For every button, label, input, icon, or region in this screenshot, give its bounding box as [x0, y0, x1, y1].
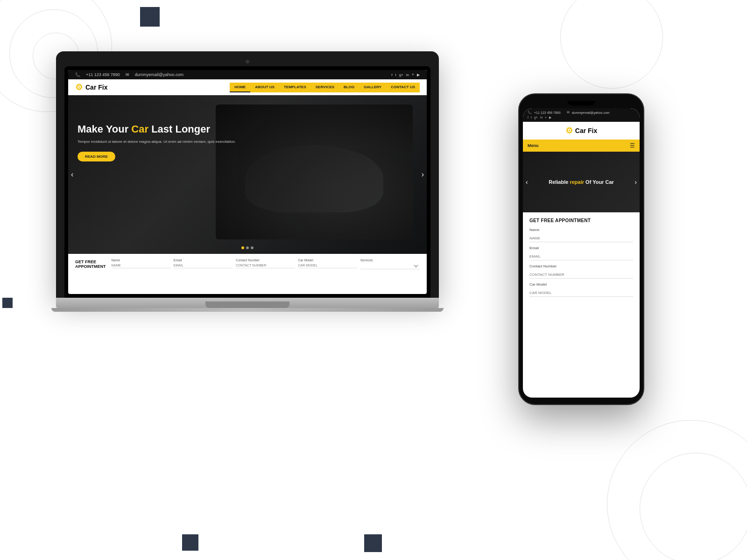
laptop-screen-bezel: 📞 +11 123 456 7890 ✉ dummyemail@yahoo.co…: [64, 66, 430, 298]
mobile-email-field: Email: [529, 246, 633, 260]
rss-icon: ⌖: [412, 72, 414, 77]
m-linkedin-icon: in: [540, 116, 543, 119]
hero-next-arrow[interactable]: ›: [422, 170, 424, 179]
mobile-car-model-input[interactable]: [529, 289, 633, 297]
google-plus-icon: g+: [399, 73, 403, 77]
youtube-icon: ▶: [417, 73, 420, 77]
car-body-silhouette: [245, 145, 383, 213]
contact-label: Contact Number: [236, 259, 295, 262]
laptop-phone-icon: 📞: [75, 72, 80, 77]
mobile-logo-gear-icon: ⚙: [565, 126, 573, 136]
nav-templates[interactable]: TEMPLATES: [279, 83, 311, 92]
laptop-screen: 📞 +11 123 456 7890 ✉ dummyemail@yahoo.co…: [68, 70, 427, 294]
mobile-hero: Reliable repair Of Your Car ‹ ›: [523, 152, 640, 212]
m-youtube-icon: ▶: [549, 116, 551, 119]
m-facebook-icon: f: [528, 116, 529, 119]
hero-subtitle: Tempor incididunt ut labore et dolore ma…: [78, 139, 236, 144]
contact-field: Contact Number: [236, 259, 295, 269]
mobile-hero-highlight: repair: [570, 179, 584, 185]
hero-dot-3[interactable]: [251, 246, 254, 249]
deco-circle-6: [560, 0, 663, 89]
appt-fields: Name Email Contact Number Car Model: [112, 259, 420, 269]
nav-about[interactable]: ABOUT US: [250, 83, 279, 92]
laptop-site-header-top: 📞 +11 123 456 7890 ✉ dummyemail@yahoo.co…: [68, 70, 427, 79]
mobile-email: dummyemail@yahoo.com: [572, 111, 610, 114]
email-label: Email: [174, 259, 233, 262]
laptop-nav[interactable]: HOME ABOUT US TEMPLATES SERVICES BLOG GA…: [230, 83, 420, 92]
deco-square-1: [140, 7, 160, 27]
laptop-social-icons: f t g+ in ⌖ ▶: [391, 72, 420, 77]
laptop-email-icon: ✉: [126, 72, 129, 77]
deco-square-3: [2, 298, 13, 308]
twitter-icon: t: [395, 73, 396, 77]
hero-dot-2[interactable]: [246, 246, 249, 249]
mobile-contact-row: 📞 +11 123 456 7890 ✉ dummyemail@yahoo.co…: [528, 111, 635, 114]
nav-gallery[interactable]: GALLERY: [359, 83, 386, 92]
mobile-hero-prev[interactable]: ‹: [526, 178, 528, 186]
car-model-label: Car Model: [298, 259, 357, 262]
phone-mockup: 📞 +11 123 456 7890 ✉ dummyemail@yahoo.co…: [518, 93, 644, 405]
laptop-hero: Make Your Car Last Longer Tempor incidid…: [68, 95, 427, 254]
mobile-hero-part1: Reliable: [549, 179, 570, 185]
appt-title-line1: GET FREE: [75, 259, 106, 264]
phone-notch: [567, 101, 595, 105]
m-twitter-icon: t: [531, 116, 532, 119]
name-input[interactable]: [112, 263, 171, 268]
logo-gear-icon: ⚙: [75, 82, 83, 92]
m-gplus-icon: g+: [534, 116, 538, 119]
mobile-logo-name: Car Fix: [575, 127, 597, 134]
laptop-email: dummyemail@yahoo.com: [135, 72, 183, 77]
mobile-name-label: Name: [529, 228, 633, 232]
mobile-email-input[interactable]: [529, 253, 633, 260]
email-input[interactable]: [174, 263, 233, 268]
hero-cta-button[interactable]: READ MORE: [78, 152, 115, 161]
services-select[interactable]: [360, 263, 420, 269]
laptop-mockup: 📞 +11 123 456 7890 ✉ dummyemail@yahoo.co…: [56, 51, 439, 312]
contact-input[interactable]: [236, 263, 295, 268]
nav-home[interactable]: HOME: [230, 83, 250, 92]
mobile-nav-bar[interactable]: Menu ☰: [523, 140, 640, 152]
hero-title: Make Your Car Last Longer: [78, 123, 236, 135]
mobile-hero-part2: Of Your Car: [584, 179, 614, 185]
nav-services[interactable]: SERVICES: [311, 83, 339, 92]
mobile-car-model-label: Car Model: [529, 282, 633, 287]
mobile-logo-row: ⚙ Car Fix: [523, 122, 640, 140]
deco-circle-5: [640, 453, 747, 560]
mobile-email-icon: ✉: [567, 111, 570, 114]
hero-title-part2: Last Longer: [148, 123, 210, 135]
phone-screen: 📞 +11 123 456 7890 ✉ dummyemail@yahoo.co…: [523, 108, 640, 398]
mobile-hero-text: Reliable repair Of Your Car: [549, 179, 614, 185]
hero-title-highlight: Car: [131, 123, 148, 135]
facebook-icon: f: [391, 73, 392, 77]
mobile-hamburger-icon[interactable]: ☰: [630, 142, 635, 149]
hero-pagination: [241, 246, 254, 249]
mobile-logo: ⚙ Car Fix: [565, 126, 597, 136]
nav-blog[interactable]: BLOG: [339, 83, 359, 92]
mobile-menu-label: Menu: [528, 143, 539, 148]
deco-square-5: [364, 534, 382, 552]
mobile-phone-icon: 📞: [528, 111, 532, 114]
mobile-contact-input[interactable]: [529, 271, 633, 279]
mobile-header-top: 📞 +11 123 456 7890 ✉ dummyemail@yahoo.co…: [523, 108, 640, 122]
laptop-appointment-form: GET FREE APPOINTMENT Name Email: [68, 254, 427, 274]
hero-dot-1[interactable]: [241, 246, 244, 249]
services-field: Services: [360, 259, 420, 269]
mobile-hero-next[interactable]: ›: [634, 178, 637, 186]
mobile-appointment-form: GET FREE APPOINTMENT Name Email Contact …: [523, 212, 640, 306]
hero-title-part1: Make Your: [78, 123, 131, 135]
nav-contact[interactable]: CONTACT US: [386, 83, 420, 92]
phone-body: 📞 +11 123 456 7890 ✉ dummyemail@yahoo.co…: [518, 93, 644, 405]
email-field: Email: [174, 259, 233, 269]
laptop-body: 📞 +11 123 456 7890 ✉ dummyemail@yahoo.co…: [56, 51, 439, 298]
mobile-name-input[interactable]: [529, 235, 633, 242]
car-model-field: Car Model: [298, 259, 357, 269]
car-model-input[interactable]: [298, 263, 357, 268]
laptop-camera: [246, 60, 249, 63]
hero-car-area: [216, 105, 413, 239]
laptop-logo: ⚙ Car Fix: [75, 82, 107, 92]
linkedin-icon: in: [406, 73, 409, 77]
hero-prev-arrow[interactable]: ‹: [71, 170, 73, 179]
name-label: Name: [112, 259, 171, 262]
mobile-appt-title: GET FREE APPOINTMENT: [529, 218, 633, 223]
name-field: Name: [112, 259, 171, 269]
